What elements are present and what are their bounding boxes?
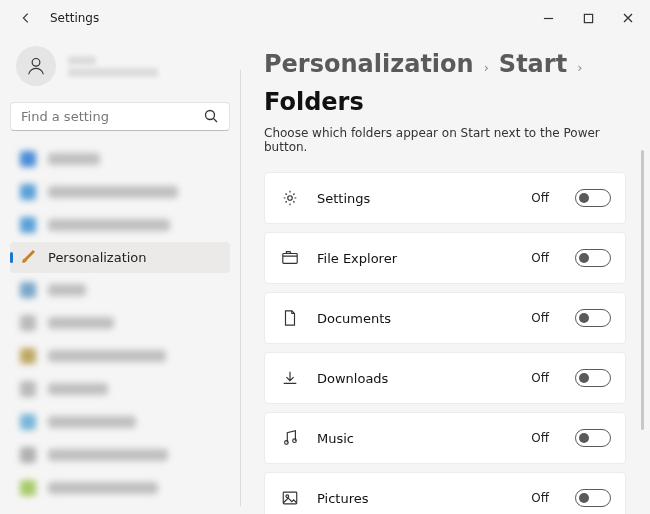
chevron-right-icon: › xyxy=(484,60,489,75)
document-icon xyxy=(281,309,299,327)
folder-label: Documents xyxy=(317,311,513,326)
folder-label: Music xyxy=(317,431,513,446)
page-description: Choose which folders appear on Start nex… xyxy=(264,126,640,154)
gear-icon xyxy=(281,189,299,207)
sidebar-item-blurred[interactable] xyxy=(10,307,230,339)
titlebar: Settings xyxy=(0,0,650,36)
back-button[interactable] xyxy=(14,6,38,30)
sidebar-item-blurred[interactable] xyxy=(10,143,230,175)
avatar xyxy=(16,46,56,86)
chevron-right-icon: › xyxy=(577,60,582,75)
toggle-state: Off xyxy=(531,311,549,325)
folder-row-settings: Settings Off xyxy=(264,172,626,224)
breadcrumb-folders: Folders xyxy=(264,88,364,116)
window-title: Settings xyxy=(50,11,99,25)
download-icon xyxy=(281,369,299,387)
svg-rect-0 xyxy=(584,14,592,22)
folder-label: Downloads xyxy=(317,371,513,386)
folder-label: File Explorer xyxy=(317,251,513,266)
sidebar-item-blurred[interactable] xyxy=(10,176,230,208)
file-explorer-icon xyxy=(281,249,299,267)
svg-point-3 xyxy=(288,196,293,201)
folder-row-file-explorer: File Explorer Off xyxy=(264,232,626,284)
breadcrumb: Personalization › Start › Folders xyxy=(264,50,640,116)
sidebar-item-blurred[interactable] xyxy=(10,340,230,372)
svg-point-6 xyxy=(293,439,297,443)
sidebar-item-blurred[interactable] xyxy=(10,406,230,438)
svg-point-8 xyxy=(286,495,289,498)
folder-row-music: Music Off xyxy=(264,412,626,464)
minimize-button[interactable] xyxy=(528,3,568,33)
sidebar-item-blurred[interactable] xyxy=(10,472,230,504)
folder-list: Settings Off File Explorer Off Documents… xyxy=(264,172,640,514)
sidebar-item-blurred[interactable] xyxy=(10,274,230,306)
svg-point-5 xyxy=(285,441,289,445)
sidebar: Personalization xyxy=(0,36,240,514)
sidebar-item-personalization[interactable]: Personalization xyxy=(10,242,230,274)
search-icon xyxy=(203,108,219,124)
toggle-downloads[interactable] xyxy=(575,369,611,387)
music-icon xyxy=(281,429,299,447)
maximize-button[interactable] xyxy=(568,3,608,33)
search-box[interactable] xyxy=(10,102,230,131)
main-panel: Personalization › Start › Folders Choose… xyxy=(240,36,650,514)
toggle-settings[interactable] xyxy=(575,189,611,207)
close-button[interactable] xyxy=(608,3,648,33)
svg-point-2 xyxy=(206,111,215,120)
toggle-music[interactable] xyxy=(575,429,611,447)
sidebar-item-blurred[interactable] xyxy=(10,373,230,405)
toggle-documents[interactable] xyxy=(575,309,611,327)
toggle-state: Off xyxy=(531,491,549,505)
sidebar-item-blurred[interactable] xyxy=(10,209,230,241)
folder-row-downloads: Downloads Off xyxy=(264,352,626,404)
folder-label: Pictures xyxy=(317,491,513,506)
toggle-state: Off xyxy=(531,371,549,385)
folder-label: Settings xyxy=(317,191,513,206)
search-input[interactable] xyxy=(21,109,203,124)
toggle-state: Off xyxy=(531,431,549,445)
paintbrush-icon xyxy=(20,249,36,265)
sidebar-item-label: Personalization xyxy=(48,250,147,265)
nav-list: Personalization xyxy=(10,143,230,504)
sidebar-item-blurred[interactable] xyxy=(10,439,230,471)
breadcrumb-personalization[interactable]: Personalization xyxy=(264,50,474,78)
toggle-pictures[interactable] xyxy=(575,489,611,507)
svg-rect-4 xyxy=(283,254,297,264)
svg-point-1 xyxy=(32,58,40,66)
folder-row-documents: Documents Off xyxy=(264,292,626,344)
picture-icon xyxy=(281,489,299,507)
user-account-row[interactable] xyxy=(10,42,230,100)
toggle-state: Off xyxy=(531,251,549,265)
scrollbar[interactable] xyxy=(641,150,644,430)
breadcrumb-start[interactable]: Start xyxy=(499,50,567,78)
toggle-file-explorer[interactable] xyxy=(575,249,611,267)
toggle-state: Off xyxy=(531,191,549,205)
folder-row-pictures: Pictures Off xyxy=(264,472,626,514)
svg-rect-7 xyxy=(283,492,297,504)
